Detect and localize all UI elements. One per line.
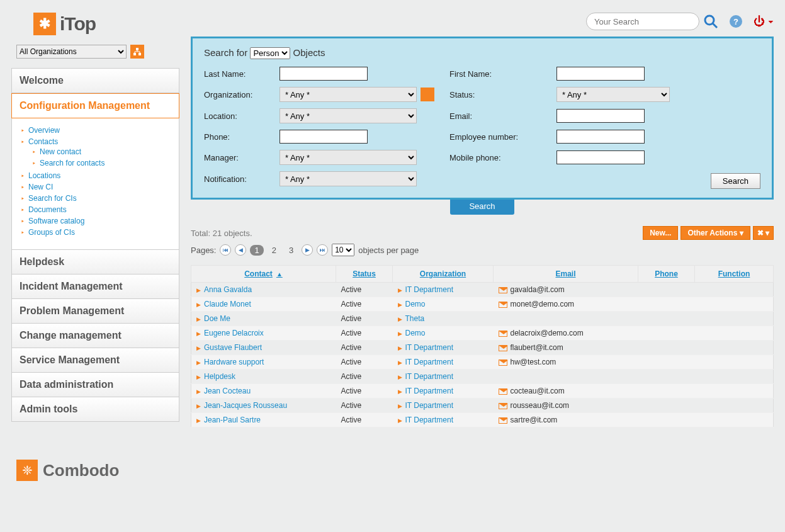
menu-documents[interactable]: Documents [28, 205, 67, 214]
toolkit-button[interactable]: ✖ ▾ [753, 226, 774, 240]
accordion-change-management[interactable]: Change management [11, 324, 179, 348]
col-phone[interactable]: Phone [638, 266, 695, 283]
input-phone[interactable] [280, 130, 368, 144]
col-function[interactable]: Function [695, 266, 774, 283]
menu-search-cis[interactable]: Search for CIs [28, 194, 77, 203]
contact-link[interactable]: Jean Cocteau [204, 387, 251, 395]
accordion-menu: Welcome Configuration Management Overvie… [11, 68, 179, 422]
accordion-admin-tools[interactable]: Admin tools [11, 397, 179, 422]
menu-search-contacts[interactable]: Search for contacts [40, 159, 104, 167]
search-icon[interactable] [703, 14, 718, 29]
svg-rect-2 [138, 53, 141, 55]
contact-link[interactable]: Eugene Delacroix [204, 329, 264, 337]
select-status[interactable]: * Any * [556, 87, 670, 102]
input-first-name[interactable] [556, 67, 645, 81]
accordion-helpdesk[interactable]: Helpdesk [11, 250, 179, 274]
contact-link[interactable]: Hardware support [204, 358, 264, 366]
cell-function [695, 384, 774, 399]
page-prev-icon[interactable]: ◀ [235, 244, 246, 256]
organization-link[interactable]: IT Department [405, 416, 453, 424]
contact-link[interactable]: Jean-Jacques Rousseau [204, 401, 287, 410]
cell-phone [638, 370, 695, 384]
contact-link[interactable]: Anna Gavalda [204, 285, 252, 294]
page-first-icon[interactable]: ⏮ [220, 244, 231, 256]
page-3[interactable]: 3 [285, 245, 298, 256]
organization-link[interactable]: IT Department [405, 343, 453, 352]
page-last-icon[interactable]: ⏭ [317, 244, 328, 256]
col-contact[interactable]: Contact▲ [191, 266, 336, 283]
accordion-service-management[interactable]: Service Management [11, 348, 179, 373]
cell-phone [638, 355, 695, 370]
contact-link[interactable]: Helpdesk [204, 372, 235, 381]
organization-link[interactable]: Theta [405, 314, 425, 323]
search-panel-title: Search for Person Objects [204, 47, 760, 59]
global-search-input[interactable] [586, 13, 699, 30]
table-row: ▶Eugene DelacroixActive▶Demodelacroix@de… [191, 326, 774, 341]
organization-select[interactable]: All Organizations [16, 45, 127, 59]
label-last-name: Last Name: [204, 69, 273, 79]
organization-link[interactable]: IT Department [405, 358, 453, 366]
bullet-icon: ▶ [196, 287, 201, 293]
accordion-data-administration[interactable]: Data administration [11, 373, 179, 397]
other-actions-button[interactable]: Other Actions ▾ [681, 226, 750, 240]
select-notification[interactable]: * Any * [280, 171, 417, 186]
organization-tree-button[interactable] [130, 45, 144, 59]
menu-new-contact[interactable]: New contact [40, 147, 81, 156]
organization-link[interactable]: Demo [405, 300, 426, 308]
cell-phone [638, 312, 695, 326]
cell-email: rousseau@it.com [511, 401, 570, 410]
search-button[interactable]: Search [711, 173, 760, 189]
label-mobile-phone: Mobile phone: [449, 153, 550, 162]
table-row: ▶HelpdeskActive▶IT Department [191, 370, 774, 384]
menu-contacts[interactable]: Contacts [28, 137, 58, 146]
results-table: Contact▲ Status Organization Email Phone… [191, 265, 774, 427]
organization-link[interactable]: Demo [405, 329, 426, 337]
accordion-configuration-management[interactable]: Configuration Management [11, 93, 179, 118]
contact-link[interactable]: Claude Monet [204, 300, 251, 308]
menu-locations[interactable]: Locations [28, 171, 60, 180]
menu-new-ci[interactable]: New CI [28, 183, 53, 191]
page-1[interactable]: 1 [250, 245, 263, 256]
contact-link[interactable]: Doe Me [204, 314, 230, 323]
help-icon[interactable]: ? [730, 15, 742, 28]
per-page-select[interactable]: 10 [332, 244, 354, 256]
col-email[interactable]: Email [494, 266, 638, 283]
contact-link[interactable]: Gustave Flaubert [204, 343, 262, 352]
cell-status: Active [336, 384, 393, 399]
accordion-incident-management[interactable]: Incident Management [11, 274, 179, 299]
accordion-welcome[interactable]: Welcome [11, 68, 179, 93]
select-organization[interactable]: * Any * [280, 87, 417, 102]
menu-overview[interactable]: Overview [28, 126, 60, 135]
col-organization[interactable]: Organization [393, 266, 494, 283]
input-mobile-phone[interactable] [556, 150, 645, 164]
organization-hierarchy-button[interactable] [421, 88, 434, 101]
page-2[interactable]: 2 [268, 245, 281, 256]
organization-link[interactable]: IT Department [405, 285, 453, 294]
organization-link[interactable]: IT Department [405, 387, 453, 395]
new-button[interactable]: New... [643, 226, 678, 240]
bullet-icon: ▶ [196, 417, 201, 424]
accordion-problem-management[interactable]: Problem Management [11, 299, 179, 324]
input-email[interactable] [556, 109, 645, 123]
col-status[interactable]: Status [336, 266, 393, 283]
cell-status: Active [336, 326, 393, 341]
menu-software-catalog[interactable]: Software catalog [28, 217, 84, 225]
select-location[interactable]: * Any * [280, 108, 417, 123]
cell-function [695, 370, 774, 384]
bullet-icon: ▶ [398, 287, 402, 293]
select-manager[interactable]: * Any * [280, 150, 417, 165]
organization-link[interactable]: IT Department [405, 372, 453, 381]
cell-email: gavalda@it.com [511, 285, 565, 294]
search-panel-tab[interactable]: Search [450, 198, 514, 215]
table-row: ▶Doe MeActive▶Theta [191, 312, 774, 326]
page-next-icon[interactable]: ▶ [302, 244, 313, 256]
object-type-select[interactable]: Person [250, 47, 290, 59]
organization-link[interactable]: IT Department [405, 401, 453, 410]
bullet-icon: ▶ [196, 388, 201, 395]
menu-groups-cis[interactable]: Groups of CIs [28, 228, 75, 237]
logout-icon[interactable]: ⏻ ▾ [754, 15, 774, 28]
bullet-icon: ▶ [196, 374, 201, 380]
contact-link[interactable]: Jean-Paul Sartre [204, 416, 261, 424]
input-last-name[interactable] [280, 67, 368, 81]
input-employee-number[interactable] [556, 130, 645, 144]
